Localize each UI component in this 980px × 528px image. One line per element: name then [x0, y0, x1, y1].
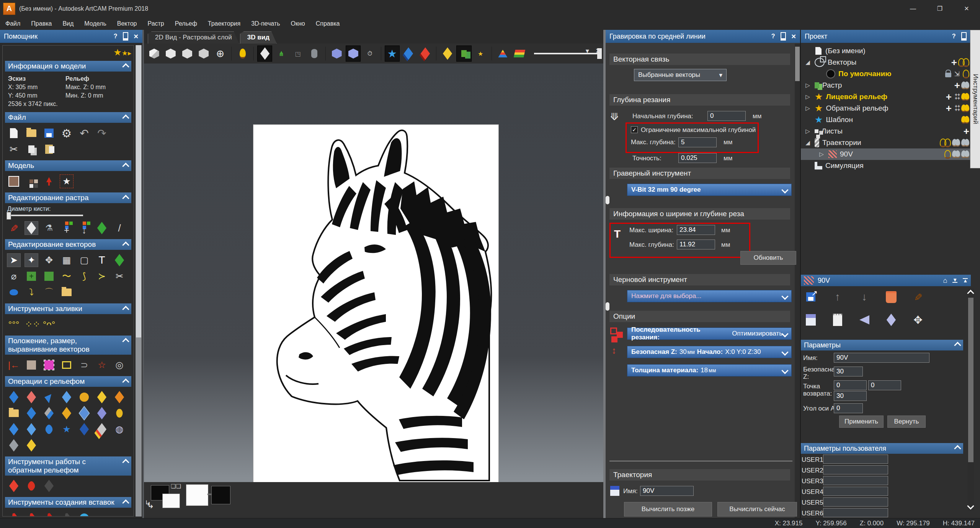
show-material-icon[interactable] — [440, 46, 454, 61]
tab-2d-view[interactable]: 2D Вид - Растровый слой — [148, 31, 239, 44]
relief-library-icon[interactable] — [7, 407, 20, 420]
spin-vectors-icon[interactable]: ◎ — [113, 359, 126, 372]
sketch-outline-icon[interactable]: ☆ — [95, 359, 108, 372]
help-icon[interactable] — [114, 33, 118, 40]
extrude-icon[interactable] — [60, 391, 73, 404]
create-polyline-icon[interactable]: + — [25, 270, 38, 283]
tree-item-front-relief[interactable]: Лицевой рельеф ++++ — [801, 91, 971, 103]
block-paste-icon[interactable] — [42, 359, 56, 372]
show-block-icon[interactable] — [330, 46, 344, 61]
emboss-wizard-icon[interactable] — [95, 391, 108, 404]
mirror-vectors-icon[interactable]: ⌒ — [42, 286, 56, 299]
create-text-icon[interactable]: T — [95, 254, 108, 267]
home-icon[interactable]: ⌂ — [943, 277, 947, 285]
user2-input[interactable] — [823, 465, 888, 474]
menu-toolpath[interactable]: Траектория — [203, 20, 246, 27]
plateau-relief-icon[interactable] — [78, 423, 91, 436]
show-front-relief-icon[interactable]: ★ — [385, 46, 399, 61]
palette-black-swatch[interactable] — [211, 486, 230, 504]
section-position-size[interactable]: Положение, размер, выравнивание векторов — [5, 336, 131, 355]
back-relief-offset-icon[interactable] — [25, 479, 38, 492]
measure-icon[interactable]: ⌀ — [7, 270, 20, 283]
add-relief-stack-icon[interactable]: ++++ — [955, 105, 960, 112]
secondary-color-swatch[interactable] — [162, 494, 180, 508]
user5-input[interactable] — [823, 497, 888, 507]
close-panel-icon[interactable] — [791, 33, 796, 40]
toolpath-panel-scrollbar[interactable] — [795, 44, 800, 518]
layer-visibility-icon[interactable] — [963, 70, 969, 78]
tree-item-sheets[interactable]: Листы — [801, 125, 971, 137]
param-name-input[interactable] — [834, 353, 929, 363]
color-picker-icon[interactable] — [42, 222, 56, 235]
toggle-3d-preview-icon[interactable] — [963, 139, 969, 147]
shape-editor-icon[interactable] — [7, 391, 20, 404]
restore-button[interactable]: ❐ — [926, 0, 953, 17]
view-along-x-icon[interactable] — [163, 46, 178, 61]
tree-item-model[interactable]: (Без имени) — [801, 45, 971, 57]
texture-relief-icon[interactable] — [113, 391, 126, 404]
tree-item-90v[interactable]: 90V — [801, 148, 971, 160]
help-icon[interactable] — [771, 33, 775, 40]
toggle-2d-icon[interactable] — [954, 150, 960, 158]
copy-icon[interactable] — [25, 143, 38, 156]
user4-input[interactable] — [823, 487, 888, 496]
invert-relief-icon[interactable] — [42, 407, 56, 420]
zoom-tool-icon[interactable]: ⊕ — [213, 46, 227, 61]
pin-icon[interactable] — [961, 32, 967, 41]
show-vectors-icon[interactable] — [457, 46, 471, 61]
show-relief-icon[interactable] — [258, 46, 272, 61]
add-vector-layer-icon[interactable] — [951, 57, 957, 68]
fit-curve-icon[interactable]: 〜 — [60, 270, 73, 283]
collapse-up-icon[interactable]: ▲ — [963, 278, 968, 283]
draft-shading-icon[interactable] — [512, 46, 526, 61]
create-rectangle-icon[interactable]: ▢ — [78, 254, 91, 267]
pin-icon[interactable] — [781, 32, 786, 41]
pin-icon[interactable] — [123, 32, 128, 41]
expander-closed-icon[interactable] — [804, 93, 812, 100]
expander-closed-icon[interactable] — [818, 151, 825, 158]
close-vector-icon[interactable]: ≻ — [95, 270, 108, 283]
cutinfo-depth-input[interactable] — [677, 240, 715, 249]
unwrap-relief-icon[interactable] — [25, 423, 38, 436]
assistant-scrollbar[interactable] — [136, 45, 142, 517]
menu-model[interactable]: Модель — [79, 20, 111, 27]
add-color-icon[interactable]: + — [60, 222, 73, 235]
model-sheet[interactable] — [253, 125, 498, 486]
star-relief-icon[interactable]: ★ — [60, 423, 73, 436]
user-params-header[interactable]: Параметры пользователя — [801, 443, 963, 454]
node-edit-icon[interactable]: ✦ — [25, 254, 38, 267]
toggle-toolpaths-icon[interactable] — [942, 139, 951, 147]
safe-z-dropdown[interactable]: Безопасная Z: 30 мм Начало: X:0 Y:0 Z:30 — [627, 346, 792, 358]
lighting-icon[interactable] — [42, 175, 56, 188]
menu-file[interactable]: Файл — [0, 20, 26, 27]
toggle-2d-preview-icon[interactable] — [954, 139, 960, 147]
expander-open-icon[interactable] — [804, 59, 812, 66]
max-depth-input[interactable] — [678, 137, 717, 147]
lighting-toggle-icon[interactable] — [235, 46, 250, 61]
menu-vector[interactable]: Вектор — [112, 20, 142, 27]
preview-cone-icon[interactable] — [856, 311, 873, 328]
section-back-relief[interactable]: Инструменты работы с обратным рельефом — [5, 456, 131, 476]
axes-toggle-icon[interactable]: ⋔ — [274, 46, 288, 61]
menu-3dprint[interactable]: 3D-печать — [246, 20, 285, 27]
model-origin-icon[interactable] — [60, 175, 73, 188]
toggle-template-icon[interactable] — [963, 116, 969, 124]
menu-view[interactable]: Вид — [57, 20, 79, 27]
draw-pencil-icon[interactable] — [7, 222, 20, 235]
smart-engrave-icon[interactable] — [7, 423, 20, 436]
color-palette-icon[interactable] — [25, 175, 38, 188]
param-safez-input[interactable] — [834, 367, 863, 376]
transform-vectors-icon[interactable]: ✥ — [42, 254, 56, 267]
tolerance-input[interactable] — [678, 153, 717, 163]
dome-relief-icon[interactable] — [42, 423, 56, 436]
expander-closed-icon[interactable] — [804, 82, 812, 89]
delete-toolpath-icon[interactable] — [883, 288, 900, 305]
menu-relief[interactable]: Рельеф — [170, 20, 203, 27]
cut-icon[interactable] — [7, 143, 20, 156]
close-button[interactable]: ✕ — [953, 0, 980, 17]
undo-icon[interactable] — [78, 127, 91, 140]
block-copy-icon[interactable] — [25, 359, 38, 372]
sweep-profile-icon[interactable] — [25, 391, 38, 404]
revert-button[interactable]: Вернуть — [887, 416, 926, 428]
calculator-icon[interactable] — [802, 311, 819, 328]
